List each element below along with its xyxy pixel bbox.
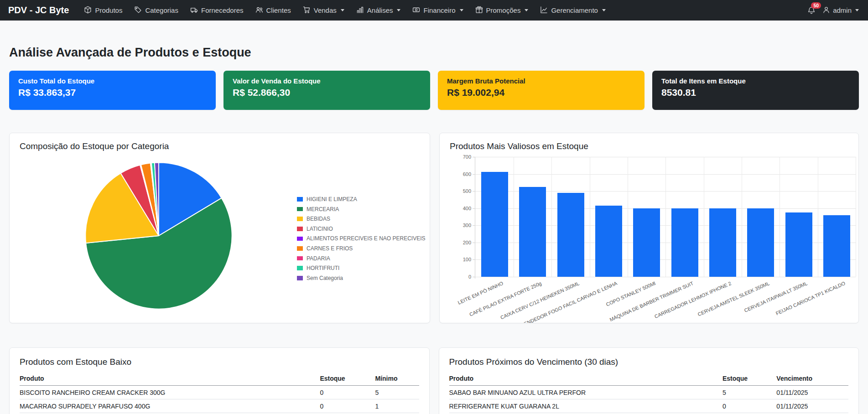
legend-swatch [297, 197, 303, 202]
expiring-title: Produtos Próximos do Vencimento (30 dias… [449, 357, 849, 367]
nav-item-label: Vendas [314, 6, 337, 14]
main-content: Análise Avançada de Produtos e Estoque C… [0, 46, 868, 414]
table-row: MACARRAO SUPRADELY PARAFUSO 400G01 [20, 399, 419, 413]
column-header-produto: Produto [449, 373, 722, 386]
stat-card-label: Custo Total do Estoque [18, 77, 207, 85]
column-header-estoque: Estoque [320, 373, 375, 386]
nav-right: 50 admin [807, 6, 859, 15]
nav-item-categorias[interactable]: Categorias [128, 6, 184, 15]
chevron-down-icon [525, 9, 528, 11]
table-cell: SABAO BAR MINUANO AZUL ULTRA PERFOR [449, 386, 722, 399]
nav-item-gerenciamento[interactable]: Gerenciamento [534, 6, 612, 15]
table-cell: 01/11/2025 [776, 386, 848, 399]
legend-item-carnes-e-frios: CARNES E FRIOS [297, 245, 426, 252]
legend-item-sem-categoria: Sem Categoria [297, 275, 426, 281]
bar-chart-card: Produtos Mais Valiosos em Estoque 010020… [439, 133, 859, 323]
gridline-v [742, 157, 742, 277]
x-tick-label: CERVEJA ITAIPAVA LT 350ML [681, 280, 808, 323]
notification-badge: 50 [811, 2, 821, 9]
pie-chart-card: Composição do Estoque por Categoria HIGI… [9, 133, 430, 323]
legend-swatch [297, 227, 303, 231]
table-cell: 5 [722, 386, 776, 399]
bar-leite-em-po-ninho [481, 172, 508, 277]
nav-item-analises[interactable]: Análises [350, 6, 407, 15]
charts-row: Composição do Estoque por Categoria HIGI… [9, 133, 859, 323]
bar-carregador-lehmox-iphone-2 [709, 208, 736, 277]
nav-item-vendas[interactable]: Vendas [297, 6, 350, 15]
nav-item-promocoes[interactable]: Promoções [469, 6, 535, 15]
legend-label: HORTIFRUTI [307, 265, 339, 271]
nav-item-produtos[interactable]: Produtos [78, 6, 128, 15]
legend-item-higieni-e-limpeza: HIGIENI E LIMPEZA [297, 196, 426, 202]
gridline-v [551, 157, 552, 277]
low-stock-card: Produtos com Estoque Baixo ProdutoEstoqu… [9, 347, 430, 414]
table-header-row: ProdutoEstoqueVencimento [449, 373, 849, 386]
bar-feijao-carioca-tp1-kicaldo [823, 215, 850, 277]
column-header-vencimento: Vencimento [776, 373, 848, 386]
nav-item-label: Promoções [486, 6, 521, 14]
gridline-v [590, 157, 590, 277]
legend-item-laticinio: LATICINIO [297, 226, 426, 232]
nav-item-label: Clientes [266, 6, 291, 14]
gridline-v [780, 157, 780, 277]
bar-maquina-de-barber-trimmer-suit [671, 208, 698, 277]
table-row: REFRIGERANTE KUAT GUARANA 2L001/11/2025 [449, 399, 849, 413]
legend-item-hortifruti: HORTIFRUTI [297, 265, 426, 271]
bar-cerveja-amstel-sleek-350ml [747, 208, 774, 277]
stats-row: Custo Total do EstoqueR$ 33.863,37Valor … [9, 71, 859, 110]
x-tick-label: CAIXA CERV C/12 HEINEKEN 350ML [453, 280, 580, 323]
nav-item-clientes[interactable]: Clientes [249, 6, 297, 15]
legend-label: MERCEARIA [307, 206, 339, 212]
stat-card-label: Margem Bruta Potencial [447, 77, 635, 85]
user-menu[interactable]: admin [822, 6, 859, 15]
box-icon [84, 6, 92, 15]
nav-item-label: Categorias [145, 6, 178, 14]
table-cell: 0 [320, 386, 375, 399]
legend-swatch [297, 256, 303, 261]
nav-item-label: Gerenciamento [551, 6, 598, 14]
nav-item-financeiro[interactable]: Financeiro [406, 6, 469, 15]
stat-card-custo-total-do-estoque: Custo Total do EstoqueR$ 33.863,37 [9, 71, 216, 110]
notifications-button[interactable]: 50 [807, 6, 816, 15]
table-cell: 1 [375, 399, 419, 413]
gridline-v [856, 157, 856, 277]
legend-swatch [297, 207, 303, 212]
low-stock-table: ProdutoEstoqueMínimoBISCOITO RANCHEIRO C… [20, 373, 419, 414]
nav-item-fornecedores[interactable]: Fornecedores [184, 6, 249, 15]
x-tick-label: ACENDEDOR FOGO FACIL CARVAO E LENHA [491, 280, 618, 323]
bar-cerveja-itaipava-lt-350ml [785, 212, 812, 277]
x-tick-label: COPO STANLEY 500Ml [529, 280, 656, 323]
y-tick-label: 400 [453, 206, 471, 211]
stat-card-value: R$ 33.863,37 [18, 87, 207, 98]
bar-cafe-pilao-extra-forte-250g [519, 187, 546, 277]
table-row: BISCOITO RANCHEIRO CREAM CRACKER 300G05 [20, 386, 419, 399]
stat-card-label: Valor de Venda do Estoque [233, 77, 421, 85]
table-row: SABAO BAR MINUANO AZUL ULTRA PERFOR501/1… [449, 386, 849, 399]
gridline-h [475, 277, 856, 277]
legend-swatch [297, 276, 303, 280]
y-tick-label: 200 [453, 240, 471, 245]
person-icon [822, 6, 830, 15]
column-header-estoque: Estoque [722, 373, 776, 386]
table-cell: REFRIGERANTE KUAT GUARANA 2L [449, 399, 722, 413]
legend-label: BEBIDAS [307, 216, 330, 222]
brand[interactable]: PDV - JC Byte [8, 5, 69, 16]
column-header-minimo: Mínimo [375, 373, 419, 386]
table-cell: 0 [320, 399, 375, 413]
legend-item-bebidas: BEBIDAS [297, 216, 426, 222]
bar-acendedor-fogo-facil-carvao-e-lenha [595, 206, 622, 277]
user-label: admin [833, 6, 852, 14]
nav-item-label: Financeiro [423, 6, 455, 14]
tables-row: Produtos com Estoque Baixo ProdutoEstoqu… [9, 347, 859, 414]
table-header-row: ProdutoEstoqueMínimo [20, 373, 419, 386]
legend-item-padaria: PADARIA [297, 255, 426, 262]
column-header-produto: Produto [20, 373, 320, 386]
table-cell: MACARRAO SUPRADELY PARAFUSO 400G [20, 399, 320, 413]
legend-label: HIGIENI E LIMPEZA [307, 196, 357, 202]
page-title: Análise Avançada de Produtos e Estoque [9, 46, 859, 60]
bar-caixa-cerv-c-12-heineken-350ml [557, 193, 584, 277]
gridline-v [665, 157, 666, 277]
gridline-v [628, 157, 628, 277]
legend-label: PADARIA [307, 255, 330, 262]
x-tick-label: CARREGADOR LEHMOX IPHONE 2 [605, 280, 732, 323]
